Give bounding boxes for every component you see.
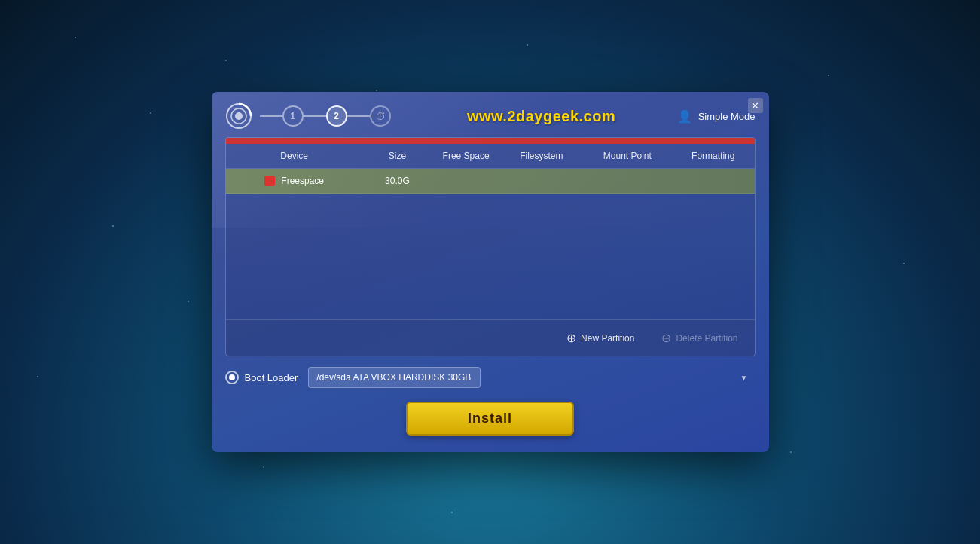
step-2: 2 xyxy=(326,105,347,127)
radio-inner xyxy=(229,374,235,380)
new-partition-label: New Partition xyxy=(581,333,634,344)
header-left: 1 2 ⏱ xyxy=(225,102,391,130)
step-line-1 xyxy=(260,115,282,117)
col-size: Size xyxy=(363,144,432,168)
brand-url: www.2daygeek.com xyxy=(467,108,615,125)
freespace-color-icon xyxy=(264,176,275,186)
install-label: Install xyxy=(468,411,512,426)
dialog-body: Device Size Free Space Filesystem Mount … xyxy=(212,137,769,452)
col-device: Device xyxy=(226,144,363,168)
bootloader-select[interactable]: /dev/sda ATA VBOX HARDDISK 30GB xyxy=(308,367,481,388)
cell-device: Freespace xyxy=(226,169,363,193)
partition-table-container: Device Size Free Space Filesystem Mount … xyxy=(225,137,756,356)
bootloader-radio[interactable]: Boot Loader xyxy=(225,371,298,384)
table-header: Device Size Free Space Filesystem Mount … xyxy=(226,144,755,169)
cell-formatting xyxy=(672,174,754,188)
col-formatting: Formatting xyxy=(672,144,754,168)
step-line-2 xyxy=(304,115,326,117)
steps-indicator: 1 2 ⏱ xyxy=(260,105,391,127)
new-partition-button[interactable]: ⊕ New Partition xyxy=(560,328,640,348)
cell-freespace xyxy=(432,174,500,188)
cell-mountpoint xyxy=(583,174,673,188)
delete-partition-icon: ⊖ xyxy=(661,331,671,345)
radio-outer xyxy=(225,371,239,384)
step-line-3 xyxy=(347,115,370,117)
logo-icon xyxy=(225,102,252,130)
table-row[interactable]: Freespace 30.0G xyxy=(226,169,755,194)
bootloader-label: Boot Loader xyxy=(245,372,298,384)
table-footer: ⊕ New Partition ⊖ Delete Partition xyxy=(226,319,755,356)
installer-dialog: ✕ 1 2 ⏱ xyxy=(212,92,769,452)
delete-partition-button[interactable]: ⊖ Delete Partition xyxy=(655,328,743,348)
delete-partition-label: Delete Partition xyxy=(676,333,737,344)
partition-bar xyxy=(226,138,755,144)
simple-mode-section: 👤 Simple Mode xyxy=(677,109,756,124)
col-freespace: Free Space xyxy=(432,144,500,168)
col-mountpoint: Mount Point xyxy=(583,144,673,168)
user-icon: 👤 xyxy=(677,109,692,124)
dialog-header: 1 2 ⏱ www.2daygeek.com 👤 Simple Mode xyxy=(212,92,769,137)
step-3-clock: ⏱ xyxy=(370,105,391,127)
simple-mode-label: Simple Mode xyxy=(698,111,756,122)
bootloader-select-wrapper: /dev/sda ATA VBOX HARDDISK 30GB xyxy=(308,367,755,388)
col-filesystem: Filesystem xyxy=(500,144,582,168)
cell-size: 30.0G xyxy=(363,169,432,193)
step-1: 1 xyxy=(282,105,304,127)
table-body: Freespace 30.0G xyxy=(226,169,755,319)
svg-point-2 xyxy=(235,112,243,120)
new-partition-icon: ⊕ xyxy=(566,331,576,345)
bootloader-row: Boot Loader /dev/sda ATA VBOX HARDDISK 3… xyxy=(225,356,756,396)
cell-filesystem xyxy=(500,174,582,188)
install-button[interactable]: Install xyxy=(406,402,574,436)
